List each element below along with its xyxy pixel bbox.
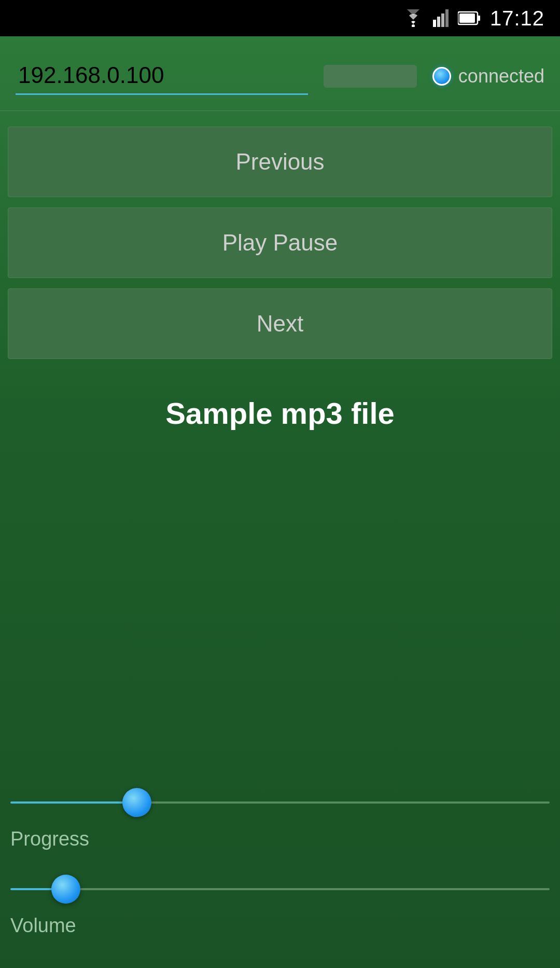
previous-button[interactable]: Previous (8, 127, 552, 197)
change-button[interactable] (324, 65, 417, 88)
progress-slider[interactable] (10, 801, 550, 804)
progress-slider-container (10, 790, 550, 815)
connection-status-text: connected (458, 65, 544, 87)
status-time: 17:12 (490, 7, 544, 30)
svg-rect-3 (441, 13, 444, 27)
main-content: connected Previous Play Pause Next Sampl… (0, 36, 560, 968)
svg-point-0 (412, 24, 415, 27)
progress-slider-row: Progress (10, 790, 550, 850)
status-bar: 17:12 (0, 0, 560, 36)
svg-rect-4 (445, 9, 449, 27)
svg-rect-1 (433, 20, 436, 27)
wifi-icon (403, 9, 424, 27)
volume-label: Volume (10, 915, 550, 937)
controls-section: Previous Play Pause Next (0, 111, 560, 364)
spacer (0, 452, 560, 790)
svg-rect-6 (478, 16, 480, 21)
connection-row: connected (0, 36, 560, 110)
connection-dot (432, 67, 451, 86)
volume-slider-container (10, 876, 550, 902)
progress-label: Progress (10, 828, 550, 850)
track-name: Sample mp3 file (0, 364, 560, 452)
signal-icon (433, 9, 449, 27)
connection-status: connected (432, 65, 544, 87)
sliders-section: Progress Volume (0, 790, 560, 968)
battery-icon (458, 11, 481, 25)
ip-input[interactable] (16, 57, 308, 95)
svg-rect-2 (437, 17, 440, 27)
volume-slider[interactable] (10, 888, 550, 890)
next-button[interactable]: Next (8, 288, 552, 359)
status-icons: 17:12 (403, 7, 544, 30)
volume-slider-row: Volume (10, 876, 550, 937)
svg-rect-7 (459, 13, 475, 23)
play-pause-button[interactable]: Play Pause (8, 208, 552, 278)
